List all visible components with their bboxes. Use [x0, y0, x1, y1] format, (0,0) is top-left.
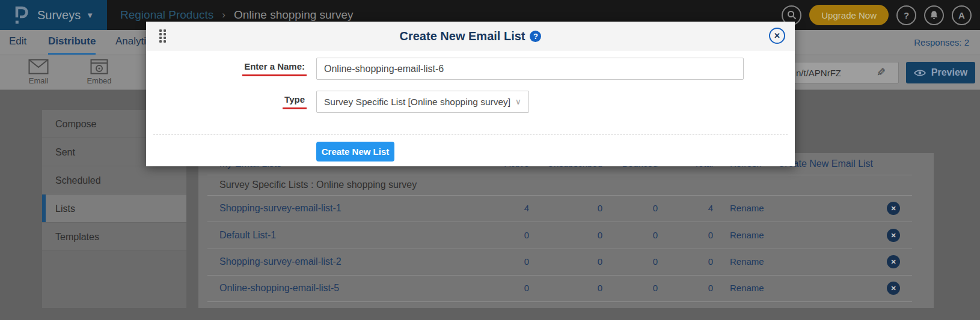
notifications-button[interactable]	[924, 5, 944, 25]
name-form-row: Enter a Name:	[146, 58, 795, 80]
email-channel-button[interactable]: Email	[14, 59, 63, 85]
delete-list-button[interactable]: ✕	[887, 255, 900, 268]
modal-footer-divider	[153, 134, 788, 135]
active-count: 0	[457, 222, 529, 249]
total-count: 0	[641, 222, 713, 249]
tab-distribute[interactable]: Distribute	[48, 30, 96, 55]
topbar-actions: Upgrade Now ? A	[782, 0, 972, 30]
modal-close-button[interactable]: ✕	[769, 28, 785, 44]
table-row: Default List-1 0 0 0 0 Rename ✕	[198, 222, 934, 249]
name-field-label: Enter a Name:	[242, 61, 307, 76]
eye-icon	[914, 69, 926, 77]
rename-link[interactable]: Rename	[730, 275, 764, 301]
list-name-link[interactable]: Default List-1	[219, 222, 276, 249]
avatar-initial: A	[958, 10, 965, 20]
section-row: Survey Specific Lists : Online shopping …	[198, 172, 934, 198]
modal-title: Create New Email List?	[146, 22, 795, 50]
table-row: Online-shopping-email-list-5 0 0 0 0 Ren…	[198, 275, 934, 301]
section-label: Survey Specific Lists : Online shopping …	[219, 172, 417, 198]
embed-channel-label: Embed	[75, 76, 123, 85]
app-window: Surveys ▼ Regional Products › Online sho…	[0, 0, 980, 320]
surveys-menu-label: Surveys	[37, 8, 81, 22]
delete-list-button[interactable]: ✕	[887, 229, 900, 242]
email-channel-label: Email	[14, 76, 63, 85]
list-name-link[interactable]: Shopping-survey-email-list-2	[219, 249, 341, 275]
chevron-down-icon: ∨	[515, 91, 521, 112]
type-form-row: Type Survey Specific List [Online shoppi…	[146, 91, 795, 113]
modal-help-icon[interactable]: ?	[530, 31, 541, 42]
sidebar-item-templates[interactable]: Templates	[42, 223, 186, 251]
account-avatar[interactable]: A	[952, 5, 972, 25]
total-count: 4	[641, 195, 713, 222]
breadcrumb-separator-icon: ›	[222, 9, 225, 21]
logo-block: Surveys ▼	[0, 0, 107, 30]
divider	[207, 301, 912, 302]
upgrade-now-button[interactable]: Upgrade Now	[809, 5, 889, 25]
create-email-list-modal: Create New Email List? ✕ Enter a Name: T…	[146, 22, 795, 166]
drag-handle[interactable]	[159, 29, 166, 43]
table-row: Shopping-survey-email-list-1 4 0 0 4 Ren…	[198, 195, 934, 222]
search-icon	[787, 10, 797, 20]
edit-url-pencil-icon[interactable]: ✎	[877, 66, 886, 79]
preview-button[interactable]: Preview	[906, 62, 975, 83]
surveys-menu[interactable]: Surveys ▼	[37, 8, 94, 22]
envelope-icon	[28, 59, 49, 74]
responses-count: Responses: 2	[914, 30, 969, 55]
embed-window-icon	[90, 59, 108, 74]
type-field-label: Type	[283, 94, 307, 109]
create-new-list-button[interactable]: Create New List	[316, 142, 394, 162]
table-row: Shopping-survey-email-list-2 0 0 0 0 Ren…	[198, 249, 934, 275]
tab-edit[interactable]: Edit	[9, 30, 26, 55]
active-count: 4	[457, 195, 529, 222]
email-lists-panel: My Email Lists Active Unsubscribed Bounc…	[198, 153, 934, 308]
help-button[interactable]: ?	[896, 5, 916, 25]
list-type-selected-value: Survey Specific List [Online shopping su…	[324, 97, 510, 107]
delete-list-button[interactable]: ✕	[887, 202, 900, 215]
list-type-select[interactable]: Survey Specific List [Online shopping su…	[316, 91, 529, 113]
breadcrumb-survey-name[interactable]: Online shopping survey	[234, 8, 354, 22]
embed-channel-button[interactable]: Embed	[75, 59, 123, 85]
delete-list-button[interactable]: ✕	[887, 282, 900, 295]
rename-link[interactable]: Rename	[730, 222, 764, 249]
bell-icon	[929, 10, 939, 20]
total-count: 0	[641, 249, 713, 275]
total-count: 0	[641, 275, 713, 301]
preview-label: Preview	[931, 67, 967, 78]
questionpro-logo-icon[interactable]	[13, 5, 29, 25]
rename-link[interactable]: Rename	[730, 249, 764, 275]
breadcrumb-folder[interactable]: Regional Products	[120, 8, 213, 22]
modal-header: Create New Email List? ✕	[146, 22, 795, 50]
chevron-down-icon: ▼	[86, 11, 94, 20]
active-count: 0	[457, 275, 529, 301]
sidebar-item-lists[interactable]: Lists	[42, 195, 186, 223]
list-name-link[interactable]: Online-shopping-email-list-5	[219, 275, 339, 301]
rename-link[interactable]: Rename	[730, 195, 764, 222]
list-name-link[interactable]: Shopping-survey-email-list-1	[219, 195, 341, 222]
list-name-input[interactable]	[316, 58, 744, 80]
question-icon: ?	[904, 10, 909, 20]
active-count: 0	[457, 249, 529, 275]
sidebar-item-scheduled[interactable]: Scheduled	[42, 166, 186, 195]
